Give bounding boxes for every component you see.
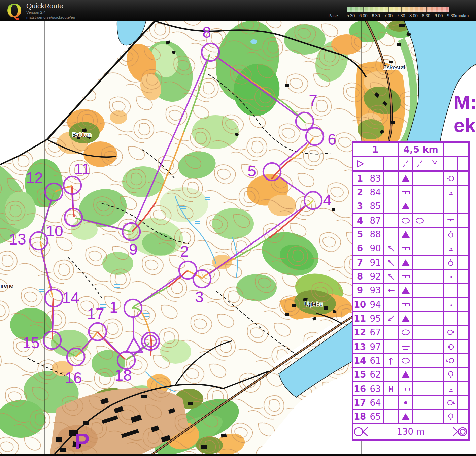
control-card-cell xyxy=(458,284,468,297)
control-card-cell xyxy=(458,312,468,325)
control-card-cell xyxy=(458,382,468,395)
control-card-cell xyxy=(458,172,468,185)
control-card-row: 993 xyxy=(353,284,468,298)
control-order-number: 11 xyxy=(353,312,367,325)
control-order-number: 5 xyxy=(353,228,367,241)
control-card-cell xyxy=(458,326,468,339)
pace-tick xyxy=(351,7,351,12)
control-order-number: 12 xyxy=(353,326,367,339)
control-card-cell xyxy=(384,214,399,227)
boulder-icon xyxy=(399,256,413,269)
pace-tick xyxy=(401,7,402,12)
control-code: 85 xyxy=(367,199,384,213)
control-code: 88 xyxy=(367,228,384,241)
course-number: 1 xyxy=(353,143,399,156)
control-number-label: 12 xyxy=(26,169,43,187)
quickroute-window: Q QuickRoute Version 2.4 matstroeng.se/q… xyxy=(0,0,476,456)
control-card-cell xyxy=(384,157,399,170)
corner-dot-icon xyxy=(444,382,458,395)
pace-tick xyxy=(388,7,389,12)
course-leg-line xyxy=(73,195,73,207)
control-code: 63 xyxy=(367,382,384,395)
map-viewport[interactable]: 123456789101112131415161718 BakkenEskest… xyxy=(0,21,476,454)
control-code: 93 xyxy=(367,284,384,297)
circle-dot-bottom-icon xyxy=(444,410,458,423)
control-card-cell xyxy=(384,199,399,213)
control-order-number: 2 xyxy=(353,186,367,199)
control-card-row: 130 m xyxy=(353,424,468,439)
control-card-row: 284 xyxy=(353,186,468,199)
control-number-label: 13 xyxy=(9,230,26,248)
control-card-cell xyxy=(427,340,444,353)
control-card-row: 1764 xyxy=(353,396,468,410)
boulder-icon xyxy=(399,312,413,325)
control-card-row: 892 xyxy=(353,270,468,284)
earth-wall-icon xyxy=(399,270,413,283)
control-number-label: 7 xyxy=(309,92,317,109)
dash-slash-icon xyxy=(399,157,413,170)
circle-dot-top-icon xyxy=(444,228,458,241)
control-code: 97 xyxy=(367,340,384,353)
control-card-cell xyxy=(427,172,444,185)
control-card-row: 1267 xyxy=(353,326,468,340)
control-number-label: 10 xyxy=(46,222,63,240)
control-number-label: 3 xyxy=(195,288,204,306)
control-card-cell xyxy=(427,312,444,325)
control-card-cell xyxy=(444,199,458,213)
earth-wall-icon xyxy=(399,298,413,311)
control-card-cell xyxy=(413,270,427,283)
control-card-cell xyxy=(413,396,427,409)
control-card-cell xyxy=(413,368,427,381)
earth-wall-icon xyxy=(399,241,413,255)
pace-label: 7:30 xyxy=(397,13,405,18)
control-card-cell xyxy=(413,340,427,353)
control-number-label: 6 xyxy=(328,131,336,148)
control-number-label: 18 xyxy=(114,366,132,384)
control-order-number: 17 xyxy=(353,396,367,409)
control-card-row: 14,5 km xyxy=(353,143,468,157)
control-card-cell xyxy=(427,199,444,213)
boulder-icon xyxy=(399,228,413,241)
control-card-cell xyxy=(427,396,444,409)
boulder-icon xyxy=(399,410,413,423)
control-number-label: 5 xyxy=(247,162,256,180)
control-card-cell xyxy=(427,228,444,241)
control-code: 62 xyxy=(367,368,384,381)
pace-label: 8:00 xyxy=(409,13,417,18)
control-card-cell xyxy=(458,199,468,213)
app-version: Version 2.4 xyxy=(26,10,75,15)
pace-label: 6:30 xyxy=(372,13,380,18)
control-card-row: 1195 xyxy=(353,312,468,326)
oval-icon xyxy=(399,214,413,227)
start-triangle-icon xyxy=(353,157,367,170)
control-card-cell xyxy=(413,228,427,241)
circle-dot-bottom-icon xyxy=(444,368,458,381)
pace-tick xyxy=(376,7,377,12)
arrow-sw-icon xyxy=(384,312,399,325)
title-bar: Q QuickRoute Version 2.4 matstroeng.se/q… xyxy=(0,0,476,21)
control-code: 90 xyxy=(367,241,384,255)
control-card-cell xyxy=(427,410,444,423)
control-code: 83 xyxy=(367,172,384,185)
circle-corner-right-icon xyxy=(444,326,458,339)
control-order-number: 6 xyxy=(353,241,367,255)
control-card-cell xyxy=(458,368,468,381)
control-card-cell xyxy=(458,270,468,283)
control-card-row: 1562 xyxy=(353,368,468,382)
control-card-cell xyxy=(427,382,444,395)
finish-distance: 130 m xyxy=(374,427,447,437)
control-card-cell xyxy=(413,241,427,255)
boulder-icon xyxy=(399,284,413,297)
oval-icon xyxy=(399,354,413,367)
control-card-cell xyxy=(427,354,444,367)
course-leg-line xyxy=(53,308,54,330)
control-card-cell xyxy=(458,186,468,199)
control-order-number: 7 xyxy=(353,256,367,269)
control-card-cell xyxy=(413,326,427,339)
control-card-row: 1865 xyxy=(353,410,468,424)
circle-dot-inside-icon xyxy=(444,340,458,353)
pace-tick xyxy=(363,7,364,12)
control-code: 92 xyxy=(367,270,384,283)
oval-icon xyxy=(399,326,413,339)
course-leg-line xyxy=(133,318,134,338)
